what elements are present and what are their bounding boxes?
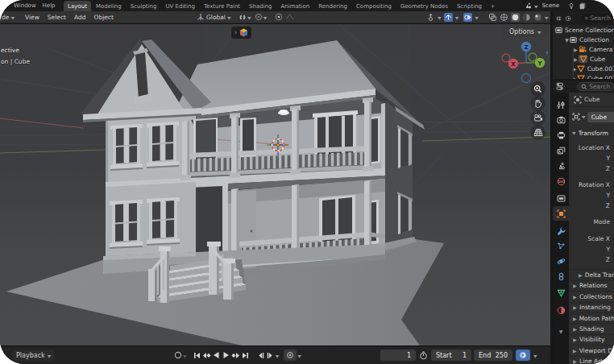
transform-panel-header[interactable]: ▼ Transform	[569, 126, 614, 140]
properties-tab-material[interactable]	[553, 303, 569, 317]
next-keyframe-button[interactable]	[231, 350, 240, 361]
workspace-tab-texture-paint[interactable]: Texture Paint	[199, 1, 244, 11]
pin-icon[interactable]	[568, 2, 575, 10]
sidebar-toggle-arrow[interactable]: ‹	[546, 48, 549, 56]
workspace-tab-layout[interactable]: Layout	[64, 1, 92, 11]
menu-window[interactable]: Window	[9, 0, 41, 11]
properties-search[interactable]: Search	[577, 82, 614, 91]
properties-tabs-more-icon[interactable]: ▼	[553, 329, 569, 334]
play-reverse-button[interactable]	[212, 350, 221, 361]
step-forward-button[interactable]	[266, 350, 275, 361]
proportional-editing-icon[interactable]	[255, 13, 263, 21]
properties-tab-particles[interactable]	[553, 238, 569, 253]
shading-solid-icon[interactable]	[511, 13, 520, 22]
outliner-row-cube-001[interactable]: ▶Cube.001	[553, 64, 614, 73]
properties-tab-view-layer[interactable]	[553, 143, 569, 158]
navigation-gizmo[interactable]: Z X Y	[501, 38, 550, 85]
workspace-tab-modeling[interactable]: Modeling	[91, 1, 126, 11]
properties-tab-modifiers[interactable]	[553, 223, 569, 238]
menu-help[interactable]: Help	[41, 0, 60, 11]
panel-motion-paths[interactable]: ▶Motion Paths	[569, 312, 614, 323]
auto-keying-button[interactable]	[173, 350, 182, 361]
workspace-tab-rendering[interactable]: Rendering	[314, 1, 352, 11]
pivot-point-icon[interactable]	[275, 13, 283, 21]
workspace-tab-compositing[interactable]: Compositing	[351, 1, 396, 11]
object-name-field[interactable]: Cube	[587, 112, 614, 122]
viewport-3d[interactable]: ective on | Cube › Options ▼	[0, 24, 550, 345]
outliner-filter-icon[interactable]	[566, 14, 572, 23]
jump-to-start-button[interactable]	[193, 350, 201, 361]
panel-collections[interactable]: ▶Collections	[569, 291, 614, 301]
workspace-tab-shading[interactable]: Shading	[245, 1, 276, 11]
playback-menu[interactable]: Playback ▼	[12, 350, 55, 361]
add-workspace-button[interactable]: +	[487, 1, 500, 11]
workspace-tab-sculpting[interactable]: Sculpting	[126, 1, 161, 11]
end-frame-field[interactable]: End 250	[474, 350, 512, 361]
jump-to-end-button[interactable]	[241, 350, 250, 361]
toggle-xray-icon[interactable]	[488, 13, 497, 22]
play-button[interactable]	[222, 350, 230, 361]
panel-divider-horizontal[interactable]	[553, 79, 614, 81]
pan-button[interactable]	[530, 96, 546, 111]
properties-tab-tool[interactable]	[553, 97, 569, 112]
panel-shading[interactable]: ▶Shading	[569, 323, 614, 333]
scene-name[interactable]: Scene	[541, 2, 566, 9]
properties-tab-render[interactable]	[553, 113, 569, 127]
workspace-tab-scripting[interactable]: Scripting	[452, 1, 486, 11]
breadcrumb-object-name[interactable]: Cube	[584, 96, 599, 103]
start-frame-field[interactable]: Start 1	[431, 350, 471, 361]
workspace-tab-uv-editing[interactable]: UV Editing	[161, 1, 200, 11]
workspace-tab-animation[interactable]: Animation	[276, 1, 314, 11]
menu-view[interactable]: View	[21, 14, 44, 21]
transform-orientation-dropdown[interactable]: Global ▼	[197, 13, 231, 21]
scene-selector[interactable]: ▼ Scene	[524, 0, 587, 11]
properties-tab-physics[interactable]	[553, 254, 569, 268]
properties-tab-data[interactable]	[553, 286, 569, 300]
toggle-ortho-button[interactable]	[530, 125, 546, 140]
panel-delta-transform[interactable]: ▶Delta Transform	[569, 269, 614, 279]
keying-set-button[interactable]	[284, 350, 297, 361]
properties-tab-object[interactable]	[553, 206, 569, 221]
expand-icon[interactable]: ▶	[573, 56, 579, 62]
properties-tab-constraints[interactable]	[553, 269, 569, 283]
current-frame-field[interactable]: 1	[380, 350, 416, 361]
snap-controls[interactable]: ▼ ▼	[239, 13, 267, 21]
outliner-row-cube[interactable]: ▶Cube	[553, 54, 614, 64]
outliner-row-cube-002[interactable]: ▶Cube.002	[553, 73, 614, 79]
panel-viewport-display[interactable]: ▶Viewport Display	[569, 345, 614, 355]
prev-keyframe-button[interactable]	[202, 350, 211, 361]
step-back-button[interactable]	[256, 350, 265, 361]
shading-wireframe-icon[interactable]	[500, 13, 508, 22]
panel-instancing[interactable]: ▶Instancing	[569, 302, 614, 312]
shading-material-icon[interactable]	[522, 13, 531, 22]
outliner-row-camera[interactable]: ▶Camera	[553, 44, 614, 54]
panel-divider-vertical[interactable]	[550, 11, 553, 364]
shading-rendered-icon[interactable]	[533, 13, 542, 22]
mode-dropdown-fragment[interactable]: de	[0, 14, 10, 21]
magnet-icon[interactable]	[239, 13, 247, 21]
properties-tab-output[interactable]	[553, 128, 569, 143]
properties-tab-scene[interactable]	[553, 159, 569, 173]
zoom-button[interactable]	[530, 81, 546, 97]
expand-icon[interactable]: ▶	[573, 47, 579, 52]
options-dropdown[interactable]: Options ▼	[503, 26, 548, 37]
panel-line-art[interactable]: ▶Line Art	[569, 356, 614, 364]
properties-editor-icon[interactable]	[556, 82, 566, 91]
falloff-curve-icon[interactable]	[285, 13, 294, 21]
menu-object[interactable]: Object	[89, 14, 117, 21]
workspace-tab-geometry-nodes[interactable]: Geometry Nodes	[396, 1, 452, 11]
tool-header-expand[interactable]: ›	[231, 27, 251, 39]
menu-select[interactable]: Select	[44, 14, 70, 21]
panel-visibility[interactable]: ▶Visibility	[569, 334, 614, 345]
show-overlays-toggle[interactable]	[444, 13, 453, 22]
properties-tab-world[interactable]	[553, 174, 569, 188]
collapse-icon[interactable]: ▼	[564, 37, 570, 43]
outliner-search[interactable]: Search	[582, 14, 614, 23]
outliner-display-mode-icon[interactable]	[556, 14, 562, 23]
pivot-falloff-group[interactable]	[275, 13, 294, 21]
preview-range-icon[interactable]	[419, 351, 428, 360]
outliner-row-scene-collection[interactable]: Scene Collection	[553, 25, 614, 35]
copy-icon[interactable]	[579, 2, 587, 10]
menu-add[interactable]: Add	[70, 14, 90, 21]
playback-sync-button[interactable]	[516, 350, 530, 361]
